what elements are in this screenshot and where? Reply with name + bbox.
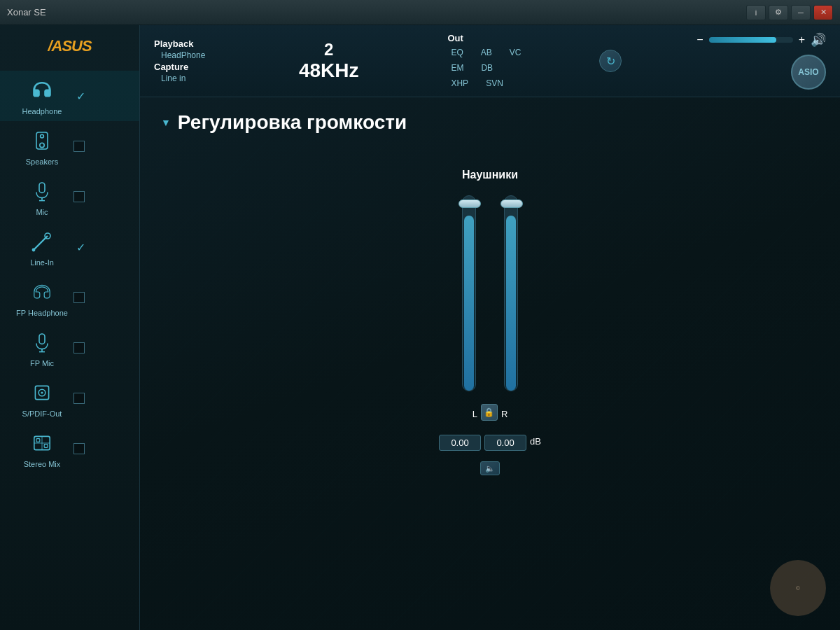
headphone-icon-label: Headphone <box>14 76 70 115</box>
db-button[interactable]: DB <box>477 62 496 74</box>
headphone-icon <box>28 76 56 104</box>
section-arrow-icon: ▼ <box>161 117 171 128</box>
stereo-mix-label: Stereo Mix <box>24 460 61 468</box>
close-button[interactable]: ✕ <box>813 5 833 20</box>
mute-row: 🔈 <box>480 461 500 475</box>
svg-rect-3 <box>39 183 45 192</box>
info-right: − + 🔊 ASIO <box>696 32 826 90</box>
effects-row-2: EM DB <box>447 62 524 74</box>
sidebar-item-speakers[interactable]: Speakers <box>0 121 139 172</box>
mute-button[interactable]: 🔈 <box>480 461 500 475</box>
right-channel-label: R <box>501 409 507 419</box>
left-slider-thumb[interactable] <box>458 200 481 208</box>
sidebar-item-mic[interactable]: Mic <box>0 172 139 222</box>
settings-button[interactable]: ⚙ <box>769 5 788 20</box>
fp-mic-icon-label: FP Mic <box>14 328 70 368</box>
svg-point-1 <box>40 143 44 147</box>
svn-button[interactable]: SVN <box>482 77 507 90</box>
mic-icon-label: Mic <box>14 177 70 216</box>
right-slider-fill <box>506 216 516 391</box>
sliders-title: Наушники <box>462 169 518 181</box>
svg-rect-9 <box>39 334 45 344</box>
capture-label: Capture <box>154 62 210 72</box>
section-header: ▼ Регулировка громкости <box>161 111 819 134</box>
info-button[interactable]: i <box>746 5 766 20</box>
right-slider <box>504 195 518 391</box>
line-in-icon-label: Line-In <box>14 227 70 267</box>
svg-rect-18 <box>36 439 40 442</box>
playback-sub: HeadPhone <box>154 50 205 60</box>
asus-logo-text: /ASUS <box>48 37 91 55</box>
spdif-icon <box>28 379 56 407</box>
refresh-button[interactable]: ↻ <box>599 50 622 72</box>
line-in-check: ✓ <box>74 240 88 254</box>
left-channel-label: L <box>472 409 477 419</box>
volume-section: ▼ Регулировка громкости Наушники <box>140 97 840 630</box>
xhp-button[interactable]: XHP <box>447 77 472 90</box>
mic-checkbox[interactable] <box>74 191 85 202</box>
svg-rect-19 <box>44 444 48 448</box>
info-headphone-row: HeadPhone <box>154 50 210 60</box>
capture-sub: Line in <box>154 74 186 83</box>
svg-point-2 <box>41 134 44 138</box>
volume-plus[interactable]: + <box>799 34 805 46</box>
out-label: Out <box>447 33 524 43</box>
info-playback-row: Playback <box>154 38 210 49</box>
sidebar-item-spdif-out[interactable]: S/PDIF-Out <box>0 373 139 424</box>
info-left: Playback HeadPhone Capture Line in <box>154 38 210 83</box>
left-value-box[interactable]: 0.00 <box>439 435 481 451</box>
main-container: /ASUS Headphone ✓ <box>0 25 840 630</box>
headphone-label: Headphone <box>22 107 62 115</box>
speakers-label: Speakers <box>26 158 58 166</box>
left-slider-track[interactable] <box>462 195 476 391</box>
sidebar-item-stereo-mix[interactable]: Stereo Mix <box>0 424 139 474</box>
fp-mic-icon <box>28 328 56 356</box>
volume-slider-fill <box>709 37 776 43</box>
line-in-icon <box>28 227 56 255</box>
volume-minus[interactable]: − <box>696 34 703 46</box>
playback-label: Playback <box>154 38 210 49</box>
info-hz: 2 48KHz <box>299 40 359 82</box>
master-volume-control: − + 🔊 <box>696 32 826 48</box>
effects-row-1: EQ AB VC <box>447 46 524 59</box>
ab-button[interactable]: AB <box>477 46 496 59</box>
sidebar-item-headphone[interactable]: Headphone ✓ <box>0 71 139 121</box>
minimize-button[interactable]: ─ <box>791 5 811 20</box>
db-unit-label: dB <box>530 436 541 447</box>
fp-headphone-label: FP Headphone <box>16 309 68 317</box>
svg-point-8 <box>32 248 36 252</box>
sliders-area: Наушники <box>161 155 819 616</box>
fp-mic-checkbox[interactable] <box>74 342 85 354</box>
mic-label: Mic <box>36 208 48 216</box>
right-value-box[interactable]: 0.00 <box>484 435 526 451</box>
fp-headphone-icon <box>28 278 56 306</box>
speakers-icon-label: Speakers <box>14 127 70 166</box>
mic-icon <box>28 177 56 205</box>
right-slider-track[interactable] <box>504 195 518 391</box>
asus-logo: /ASUS <box>35 32 105 60</box>
speakers-checkbox[interactable] <box>74 141 85 152</box>
spdif-out-checkbox[interactable] <box>74 393 85 404</box>
sidebar-item-fp-headphone[interactable]: FP Headphone <box>0 272 139 323</box>
right-slider-thumb[interactable] <box>500 200 523 208</box>
title-bar-controls: i ⚙ ─ ✕ <box>746 5 833 20</box>
volume-speaker-icon: 🔊 <box>811 32 826 48</box>
spdif-icon-label: S/PDIF-Out <box>14 379 70 418</box>
sidebar-item-line-in[interactable]: Line-In ✓ <box>0 222 139 272</box>
asio-button[interactable]: ASIO <box>791 55 826 90</box>
em-button[interactable]: EM <box>447 62 467 74</box>
volume-slider-track[interactable] <box>709 37 793 43</box>
vc-button[interactable]: VC <box>506 46 525 59</box>
lock-icon[interactable]: 🔒 <box>481 404 498 421</box>
speakers-icon <box>28 127 56 155</box>
fp-headphone-icon-label: FP Headphone <box>14 278 70 317</box>
eq-button[interactable]: EQ <box>447 46 466 59</box>
info-linein-row: Line in <box>154 74 210 83</box>
left-slider <box>462 195 476 391</box>
sliders-row <box>462 195 518 391</box>
stereo-mix-checkbox[interactable] <box>74 443 85 454</box>
headphone-check: ✓ <box>74 89 88 103</box>
sidebar-item-fp-mic[interactable]: FP Mic <box>0 323 139 373</box>
spdif-out-label: S/PDIF-Out <box>22 410 62 418</box>
fp-headphone-checkbox[interactable] <box>74 292 85 303</box>
